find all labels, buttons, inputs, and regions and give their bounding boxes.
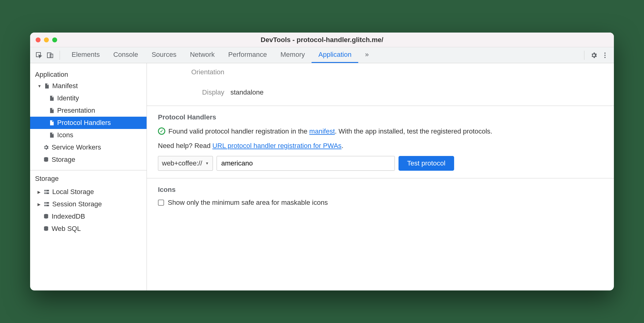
svg-point-4 (604, 55, 606, 56)
sidebar-item-indexeddb[interactable]: IndexedDB (30, 210, 147, 223)
sidebar-item-identity[interactable]: Identity (30, 92, 147, 104)
toolbar-divider (60, 51, 60, 60)
check-circle-icon: ✓ (158, 127, 165, 135)
sidebar-item-manifest[interactable]: ▼ Manifest (30, 80, 147, 92)
icons-section: Icons Show only the minimum safe area fo… (147, 178, 614, 214)
caret-right-icon: ▶ (37, 202, 41, 207)
file-icon (49, 132, 55, 138)
sidebar-item-presentation[interactable]: Presentation (30, 104, 147, 117)
gear-icon[interactable] (589, 51, 599, 60)
status-post-text: . With the app installed, test the regis… (335, 127, 492, 135)
tab-application[interactable]: Application (312, 47, 358, 63)
grid-icon (44, 201, 50, 207)
main-panel: Orientation Display standalone Protocol … (147, 63, 614, 290)
file-icon (49, 107, 55, 114)
sidebar-label: Local Storage (52, 188, 94, 196)
file-icon (44, 83, 50, 89)
devtools-toolbar: Elements Console Sources Network Perform… (30, 47, 614, 63)
svg-rect-10 (45, 202, 49, 204)
svg-rect-1 (47, 53, 51, 58)
tab-console[interactable]: Console (107, 47, 145, 63)
sidebar-item-storage[interactable]: Storage (30, 154, 147, 166)
maskable-checkbox-label: Show only the minimum safe area for mask… (168, 199, 328, 207)
help-link[interactable]: URL protocol handler registration for PW… (212, 142, 341, 150)
protocol-status-line: ✓ Found valid protocol handler registrat… (158, 126, 603, 136)
device-toolbar-icon[interactable] (45, 51, 55, 60)
svg-rect-8 (45, 193, 49, 194)
database-icon (43, 226, 49, 232)
tab-performance[interactable]: Performance (222, 47, 274, 63)
panel-tabs: Elements Console Sources Network Perform… (65, 47, 579, 63)
protocol-select-value: web+coffee:// (162, 159, 202, 167)
sidebar-item-websql[interactable]: Web SQL (30, 223, 147, 235)
sidebar-item-local-storage[interactable]: ▶ Local Storage (30, 186, 147, 198)
kv-key-orientation: Orientation (158, 68, 224, 76)
svg-rect-7 (45, 190, 49, 191)
checkbox-icon[interactable] (158, 200, 164, 206)
sidebar-label: Identity (57, 94, 79, 102)
chevron-down-icon: ▼ (205, 161, 209, 165)
file-icon (49, 95, 55, 101)
svg-rect-11 (45, 205, 49, 206)
sidebar-item-protocol-handlers[interactable]: Protocol Handlers (30, 117, 147, 129)
protocol-test-row: web+coffee:// ▼ Test protocol (158, 156, 603, 171)
sidebar-item-icons[interactable]: Icons (30, 129, 147, 141)
sidebar-label: Service Workers (52, 143, 101, 151)
titlebar: DevTools - protocol-handler.glitch.me/ (30, 33, 614, 47)
manifest-kv-section: Orientation Display standalone (147, 63, 614, 106)
sidebar-label: Icons (57, 131, 73, 139)
svg-rect-2 (50, 54, 53, 58)
sidebar-label: Presentation (57, 107, 95, 115)
sidebar-label: IndexedDB (52, 212, 85, 220)
sidebar-label: Protocol Handlers (57, 119, 111, 127)
sidebar-label: Storage (52, 156, 75, 164)
caret-down-icon: ▼ (37, 84, 41, 88)
application-sidebar: Application ▼ Manifest Identity Presenta… (30, 63, 147, 290)
kv-key-display: Display (158, 88, 224, 96)
maskable-checkbox-row[interactable]: Show only the minimum safe area for mask… (158, 199, 603, 207)
sidebar-section-application: Application (30, 68, 147, 80)
maximize-window-button[interactable] (52, 37, 57, 42)
tabs-overflow[interactable]: » (358, 47, 375, 63)
sidebar-item-session-storage[interactable]: ▶ Session Storage (30, 198, 147, 210)
sidebar-label: Manifest (52, 82, 78, 90)
status-pre-text: Found valid protocol handler registratio… (168, 127, 309, 135)
test-protocol-button[interactable]: Test protocol (399, 156, 454, 171)
sidebar-section-storage: Storage (30, 175, 147, 186)
svg-point-5 (604, 57, 606, 58)
protocol-path-input[interactable] (217, 156, 395, 171)
database-icon (43, 157, 49, 163)
help-pre-text: Need help? Read (158, 142, 212, 150)
window-title: DevTools - protocol-handler.glitch.me/ (30, 36, 614, 44)
inspect-element-icon[interactable] (34, 51, 44, 60)
help-post-text: . (342, 142, 344, 150)
gear-icon (43, 144, 49, 150)
tab-memory[interactable]: Memory (274, 47, 312, 63)
window-controls (36, 37, 57, 42)
protocol-status-text: Found valid protocol handler registratio… (168, 126, 492, 136)
kv-val-display: standalone (230, 88, 264, 96)
protocol-help-text: Need help? Read URL protocol handler reg… (158, 142, 603, 150)
protocol-select[interactable]: web+coffee:// ▼ (158, 156, 213, 171)
protocol-handlers-section: Protocol Handlers ✓ Found valid protocol… (147, 106, 614, 178)
minimize-window-button[interactable] (44, 37, 49, 42)
svg-point-3 (604, 53, 606, 54)
toolbar-divider (584, 51, 584, 60)
kebab-menu-icon[interactable] (600, 51, 610, 60)
devtools-window: DevTools - protocol-handler.glitch.me/ E… (30, 33, 614, 290)
close-window-button[interactable] (36, 37, 41, 42)
sidebar-item-service-workers[interactable]: Service Workers (30, 141, 147, 154)
sidebar-label: Session Storage (52, 200, 102, 208)
tab-elements[interactable]: Elements (65, 47, 107, 63)
caret-right-icon: ▶ (37, 190, 41, 194)
tab-sources[interactable]: Sources (145, 47, 183, 63)
section-title-icons: Icons (158, 186, 603, 194)
kv-display: Display standalone (158, 87, 603, 98)
manifest-link[interactable]: manifest (309, 127, 335, 135)
sidebar-label: Web SQL (52, 225, 81, 233)
kv-orientation: Orientation (158, 66, 603, 78)
database-icon (43, 213, 49, 220)
tab-network[interactable]: Network (183, 47, 222, 63)
content-area: Application ▼ Manifest Identity Presenta… (30, 63, 614, 290)
section-title-protocol-handlers: Protocol Handlers (158, 113, 603, 121)
